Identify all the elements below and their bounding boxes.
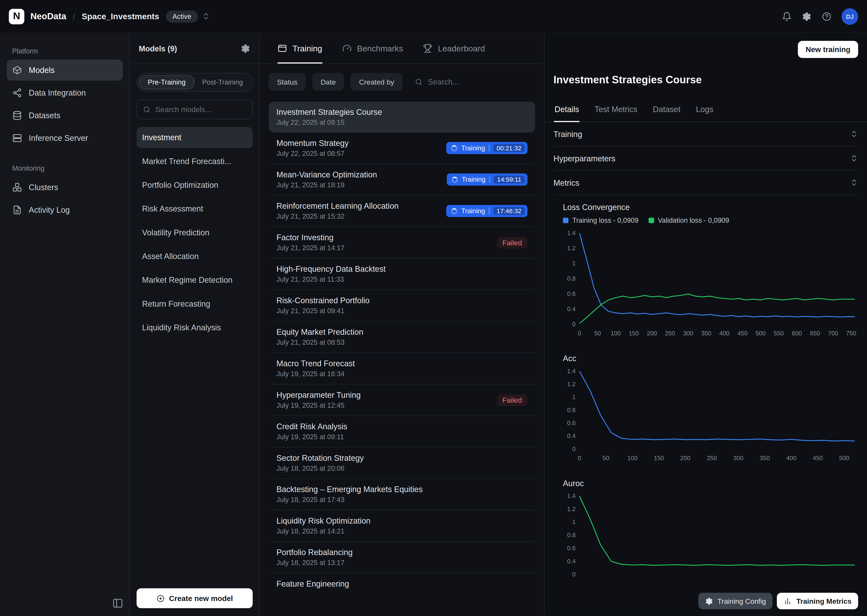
- create-model-button[interactable]: Create new model: [137, 588, 253, 608]
- trophy-icon: [423, 44, 432, 53]
- training-metrics-button[interactable]: Training Metrics: [777, 593, 858, 609]
- chart-title: Acc: [563, 354, 858, 363]
- model-item-market-trend-forecasti[interactable]: Market Trend Forecasti...: [137, 151, 253, 172]
- y-axis-tick: 1.2: [567, 245, 575, 251]
- bell-icon[interactable]: [782, 11, 792, 21]
- avatar[interactable]: DJ: [842, 8, 858, 25]
- models-search-input[interactable]: [155, 105, 247, 113]
- badge-label: Training: [461, 207, 485, 215]
- run-row-sector-rotation-strategy[interactable]: Sector Rotation StrategyJuly 18, 2025 at…: [269, 447, 535, 478]
- run-row-feature-engineering[interactable]: Feature Engineering: [269, 573, 535, 597]
- run-info: Sector Rotation StrategyJuly 18, 2025 at…: [276, 454, 364, 472]
- run-row-risk-constrained-portfolio[interactable]: Risk-Constrained PortfolioJuly 21, 2025 …: [269, 289, 535, 321]
- run-date: July 21, 2025 at 11:33: [276, 275, 386, 283]
- runs-search[interactable]: [415, 77, 535, 86]
- details-tab-details[interactable]: Details: [554, 99, 580, 121]
- server-icon: [12, 133, 22, 143]
- section-metrics[interactable]: Metrics: [553, 171, 858, 195]
- run-name: Investment Strategies Course: [276, 108, 382, 116]
- x-axis-tick: 150: [629, 330, 639, 337]
- run-row-portfolio-rebalancing[interactable]: Portfolio RebalancingJuly 18, 2025 at 13…: [269, 541, 535, 573]
- settings-icon[interactable]: [802, 11, 812, 21]
- tab-training[interactable]: Training: [277, 33, 322, 64]
- filter-date[interactable]: Date: [312, 73, 344, 91]
- filter-created-by[interactable]: Created by: [351, 73, 402, 91]
- runs-filters-row: StatusDateCreated by: [260, 64, 544, 97]
- model-item-market-regime-detection[interactable]: Market Regime Detection: [137, 270, 253, 291]
- run-row-high-frequency-data-backtest[interactable]: High-Frequency Data BacktestJuly 21, 202…: [269, 258, 535, 289]
- runs-search-input[interactable]: [428, 77, 535, 86]
- run-row-mean-variance-optimization[interactable]: Mean-Variance OptimizationJuly 21, 2025 …: [269, 163, 535, 195]
- y-axis-tick: 0.4: [567, 558, 575, 565]
- details-tab-dataset[interactable]: Dataset: [653, 99, 681, 121]
- search-icon: [415, 78, 423, 86]
- training-mode-toggle: Pre-TrainingPost-Training: [137, 73, 253, 92]
- model-item-risk-assessment[interactable]: Risk Assessment: [137, 198, 253, 219]
- x-axis-tick: 500: [839, 455, 849, 461]
- x-axis-tick: 400: [786, 455, 796, 461]
- run-name: Portfolio Rebalancing: [276, 548, 353, 557]
- models-settings-icon[interactable]: [240, 43, 251, 53]
- sidebar-item-activity-log[interactable]: Activity Log: [6, 200, 123, 220]
- help-icon[interactable]: [822, 11, 832, 21]
- model-item-liquidity-risk-analysis[interactable]: Liquidity Risk Analysis: [137, 317, 253, 338]
- panel-left-icon[interactable]: [112, 597, 123, 608]
- y-axis-tick: 0: [572, 571, 575, 578]
- neodata-logo[interactable]: N: [9, 8, 24, 24]
- run-row-reinforcement-learning-allocation[interactable]: Reinforcement Learning AllocationJuly 21…: [269, 195, 535, 226]
- model-item-investment[interactable]: Investment: [137, 127, 253, 148]
- run-name: Reinforcement Learning Allocation: [276, 201, 399, 211]
- run-date: July 21, 2025 at 14:17: [276, 244, 344, 252]
- sidebar-item-inference-server[interactable]: Inference Server: [6, 127, 123, 148]
- sidebar-sections: PlatformModelsData IntegrationDatasetsIn…: [6, 40, 123, 220]
- run-date: July 18, 2025 at 17:43: [276, 496, 423, 504]
- y-axis-tick: 0.6: [567, 290, 575, 297]
- run-row-momentum-strategy[interactable]: Momentum StrategyJuly 22, 2025 at 08:57T…: [269, 133, 535, 163]
- run-row-equity-market-prediction[interactable]: Equity Market PredictionJuly 21, 2025 at…: [269, 321, 535, 352]
- models-search[interactable]: [137, 99, 253, 119]
- sidebar-item-models[interactable]: Models: [6, 60, 123, 80]
- new-training-button[interactable]: New training: [798, 41, 858, 58]
- model-item-volatility-prediction[interactable]: Volatility Prediction: [137, 222, 253, 243]
- model-item-return-forecasting[interactable]: Return Forecasting: [137, 293, 253, 314]
- tab-leaderboard[interactable]: Leaderboard: [423, 33, 485, 64]
- run-row-liquidity-risk-optimization[interactable]: Liquidity Risk OptimizationJuly 18, 2025…: [269, 510, 535, 541]
- search-icon: [143, 105, 151, 113]
- series-line: [580, 496, 855, 566]
- sidebar-item-data-integration[interactable]: Data Integration: [6, 82, 123, 103]
- run-info: Macro Trend ForecastJuly 19, 2025 at 16:…: [276, 359, 355, 378]
- runs-panel-tabs: TrainingBenchmarksLeaderboard: [260, 33, 544, 64]
- run-row-backtesting-emerging-markets-equities[interactable]: Backtesting – Emerging Markets EquitiesJ…: [269, 478, 535, 510]
- toggle-post-training[interactable]: Post-Training: [194, 75, 251, 90]
- y-axis-tick: 1.2: [567, 381, 575, 387]
- model-item-asset-allocation[interactable]: Asset Allocation: [137, 246, 253, 267]
- models-panel-title: Models (9): [139, 44, 177, 53]
- line-chart: 1.41.210.80.60.4005010015020025030035040…: [563, 368, 858, 465]
- spinner-icon: [452, 177, 458, 183]
- sidebar-item-clusters[interactable]: Clusters: [6, 177, 123, 198]
- run-row-credit-risk-analysis[interactable]: Credit Risk AnalysisJuly 19, 2025 at 09:…: [269, 415, 535, 447]
- tab-benchmarks[interactable]: Benchmarks: [342, 33, 403, 64]
- badge-divider: [489, 176, 490, 183]
- chart-legend: Training loss - 0,0909Validation loss - …: [563, 217, 858, 225]
- y-axis-tick: 0.8: [567, 407, 575, 413]
- filter-status[interactable]: Status: [269, 73, 306, 91]
- run-row-investment-strategies-course[interactable]: Investment Strategies CourseJuly 22, 202…: [269, 102, 535, 133]
- model-item-portfolio-optimization[interactable]: Portfolio Optimization: [137, 174, 253, 195]
- chevrons-up-down-icon[interactable]: [202, 12, 210, 20]
- section-hyperparameters[interactable]: Hyperparameters: [553, 146, 858, 171]
- details-tab-logs[interactable]: Logs: [695, 99, 714, 121]
- run-row-hyperparameter-tuning[interactable]: Hyperparameter TuningJuly 19, 2025 at 12…: [269, 384, 535, 415]
- sidebar-item-datasets[interactable]: Datasets: [6, 105, 123, 126]
- run-row-macro-trend-forecast[interactable]: Macro Trend ForecastJuly 19, 2025 at 16:…: [269, 352, 535, 384]
- training-config-button[interactable]: Training Config: [698, 593, 772, 609]
- toggle-pre-training[interactable]: Pre-Training: [139, 75, 195, 90]
- run-info: Reinforcement Learning AllocationJuly 21…: [276, 201, 399, 220]
- run-date: July 19, 2025 at 09:11: [276, 433, 347, 441]
- section-training[interactable]: Training: [553, 122, 858, 146]
- run-date: July 18, 2025 at 14:21: [276, 528, 370, 536]
- breadcrumb-space[interactable]: Space_Investments: [82, 12, 159, 21]
- run-row-factor-investing[interactable]: Factor InvestingJuly 21, 2025 at 14:17Fa…: [269, 226, 535, 258]
- details-tab-test-metrics[interactable]: Test Metrics: [594, 99, 638, 121]
- run-date: July 21, 2025 at 09:41: [276, 307, 370, 315]
